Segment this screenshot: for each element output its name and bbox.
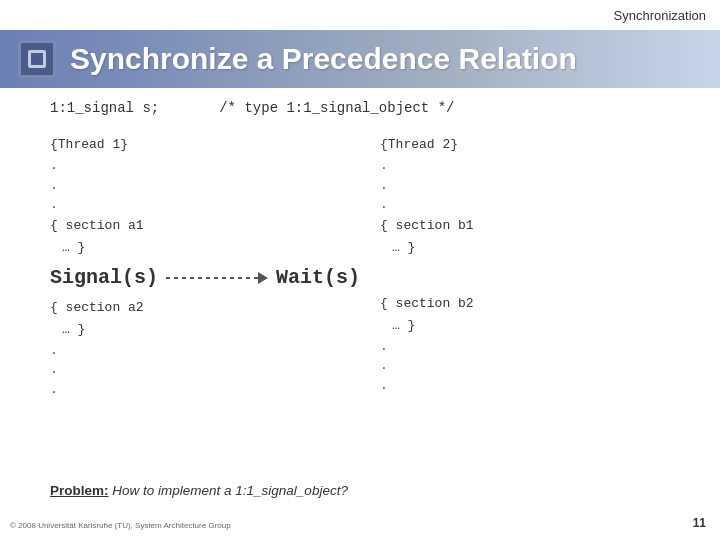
wait-text: Wait(s) xyxy=(276,261,360,295)
thread2-dot3: . xyxy=(380,195,690,215)
problem-label: Problem: xyxy=(50,483,109,498)
thread1-section-a2-end: … } xyxy=(50,319,360,341)
code-comment: /* type 1:1_signal_object */ xyxy=(219,100,454,116)
header-bar: Synchronize a Precedence Relation xyxy=(0,30,720,88)
thread1-dot6: . xyxy=(50,380,360,400)
content-area: 1:1_signal s; /* type 1:1_signal_object … xyxy=(50,100,690,399)
thread1-section-a2: { section a2 xyxy=(50,297,360,319)
thread1-dot1: . xyxy=(50,156,360,176)
thread1-dot2: . xyxy=(50,176,360,196)
thread1-section-a1-end: … } xyxy=(50,237,360,259)
slide: Synchronization Synchronize a Precedence… xyxy=(0,0,720,540)
thread2-section-b2: { section b2 xyxy=(380,293,690,315)
thread2-dot6: . xyxy=(380,376,690,396)
thread1-column: {Thread 1} . . . { section a1 … } Signal… xyxy=(50,134,360,399)
code-signal-decl: 1:1_signal s; xyxy=(50,100,159,116)
problem-line: Problem: How to implement a 1:1_signal_o… xyxy=(50,483,348,498)
code-columns: {Thread 1} . . . { section a1 … } Signal… xyxy=(50,134,690,399)
code-header-line: 1:1_signal s; /* type 1:1_signal_object … xyxy=(50,100,690,116)
slide-title: Synchronize a Precedence Relation xyxy=(70,42,577,76)
arrow-line xyxy=(166,272,268,284)
footer-page: 11 xyxy=(693,516,706,530)
thread2-wait-spacer xyxy=(380,259,690,293)
thread2-dot1: . xyxy=(380,156,690,176)
thread2-dot2: . xyxy=(380,176,690,196)
header-icon-inner xyxy=(28,50,46,68)
thread2-section-b1-end: … } xyxy=(380,237,690,259)
footer-copyright: © 2008 Universität Karlsruhe (TU), Syste… xyxy=(10,521,231,530)
thread2-section-b2-end: … } xyxy=(380,315,690,337)
thread1-dot4: . xyxy=(50,341,360,361)
thread1-dot5: . xyxy=(50,360,360,380)
signal-text: Signal(s) xyxy=(50,261,158,295)
thread1-dot3: . xyxy=(50,195,360,215)
thread2-section-b1: { section b1 xyxy=(380,215,690,237)
top-label: Synchronization xyxy=(614,8,707,23)
dots-line xyxy=(166,277,258,279)
thread2-header: {Thread 2} xyxy=(380,134,690,156)
header-icon xyxy=(18,40,56,78)
thread2-dot5: . xyxy=(380,356,690,376)
thread1-section-a1: { section a1 xyxy=(50,215,360,237)
thread1-header: {Thread 1} xyxy=(50,134,360,156)
arrow-head xyxy=(258,272,268,284)
thread2-dot4: . xyxy=(380,337,690,357)
problem-text: How to implement a 1:1_signal_object? xyxy=(109,483,348,498)
signal-row: Signal(s) Wait(s) xyxy=(50,261,360,295)
thread2-column: {Thread 2} . . . { section b1 … } { sect… xyxy=(360,134,690,399)
